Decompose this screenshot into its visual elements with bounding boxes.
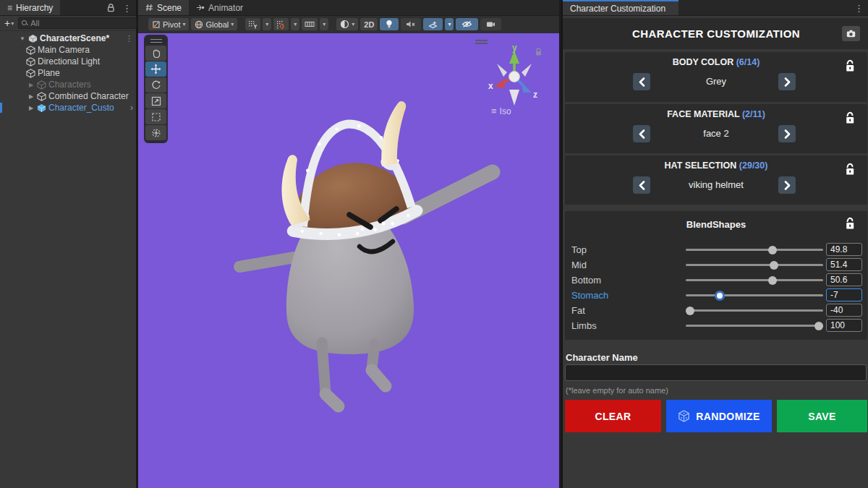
audio-toggle-button[interactable] (401, 18, 421, 30)
body-color-lock-icon[interactable] (844, 59, 856, 73)
scene-row-menu-icon[interactable]: ⋮ (122, 34, 136, 43)
tab-hierarchy[interactable]: ≡ Hierarchy (0, 0, 60, 15)
move-tool-button[interactable] (145, 61, 166, 77)
slider-track[interactable] (686, 309, 823, 312)
tab-scene[interactable]: Scene (138, 0, 189, 15)
slider-track[interactable] (686, 264, 823, 266)
panel-menu-icon[interactable]: ⋮ (851, 3, 867, 14)
slider-thumb[interactable] (686, 307, 694, 315)
pivot-toggle-button[interactable]: Pivot▾ (148, 18, 189, 30)
gizmo-lock-icon[interactable] (535, 48, 542, 56)
clear-button[interactable]: CLEAR (565, 400, 661, 432)
expand-arrow-icon[interactable]: ▶ (27, 93, 35, 100)
hierarchy-row-character-customization[interactable]: ▶ Character_Custo › (0, 102, 136, 114)
2d-toggle-button[interactable]: 2D (360, 18, 378, 30)
hierarchy-row-characters[interactable]: ▶ Characters (0, 79, 136, 90)
character-name-input[interactable] (565, 364, 867, 381)
gizmo-z-cone[interactable] (522, 82, 532, 93)
tab-animator[interactable]: Animator (189, 0, 250, 15)
slider-label: Mid (571, 260, 587, 270)
screenshot-button[interactable] (842, 26, 860, 41)
rotate-tool-button[interactable] (145, 77, 166, 93)
expand-arrow-icon[interactable]: ▶ (27, 105, 35, 111)
section-title: FACE MATERIAL (2/11) (565, 104, 867, 119)
scene-tools-overlay (144, 35, 168, 143)
hat-selection-lock-icon[interactable] (844, 163, 856, 176)
slider-thumb[interactable] (770, 261, 778, 270)
collapse-arrow-icon[interactable]: ▼ (19, 35, 26, 42)
hierarchy-menu-icon[interactable]: ⋮ (119, 3, 135, 14)
lighting-toggle-button[interactable] (380, 18, 399, 30)
fat-value-field[interactable] (826, 304, 862, 317)
gizmo-cone[interactable] (509, 90, 519, 106)
face-material-next-button[interactable] (778, 125, 796, 142)
prefab-open-chevron-icon[interactable]: › (130, 103, 136, 113)
gizmo-x-label: x (488, 81, 493, 91)
gameobject-cube-icon (26, 69, 35, 78)
randomize-button[interactable]: RANDOMIZE (666, 400, 772, 432)
grid-visibility-button[interactable] (245, 18, 260, 30)
blendshapes-lock-icon[interactable] (844, 217, 856, 231)
draw-mode-button[interactable]: ▾ (336, 18, 358, 30)
grid-snap-button[interactable] (273, 18, 289, 30)
stomach-value-field[interactable] (826, 288, 862, 301)
gizmo-x-cone[interactable] (494, 78, 506, 88)
overlay-menu-icon[interactable] (475, 40, 488, 44)
mid-value-field[interactable] (826, 258, 862, 271)
snap-increment-dropdown[interactable]: ▾ (320, 18, 328, 30)
top-slider[interactable] (686, 242, 823, 257)
hierarchy-search[interactable] (18, 17, 137, 29)
blendshape-row-stomach: Stomach (565, 288, 867, 303)
camera-overlay-button[interactable] (480, 18, 501, 30)
save-button[interactable]: SAVE (777, 400, 867, 432)
tab-character-customization[interactable]: Character Customization (563, 0, 678, 15)
2d-label: 2D (364, 20, 374, 29)
limbs-slider[interactable] (686, 318, 823, 333)
hierarchy-row-main-camera[interactable]: Main Camera (0, 44, 136, 56)
fat-slider[interactable] (686, 303, 823, 318)
slider-thumb[interactable] (814, 322, 823, 330)
top-value-field[interactable] (826, 243, 862, 256)
add-object-button[interactable]: +▾ (3, 17, 15, 29)
slider-track[interactable] (686, 294, 823, 296)
slider-thumb[interactable] (768, 246, 777, 254)
stomach-slider[interactable] (686, 288, 823, 303)
gizmo-cone[interactable] (522, 64, 532, 77)
hierarchy-row-directional-light[interactable]: Directional Light (0, 56, 136, 67)
hierarchy-row-plane[interactable]: Plane (0, 67, 136, 79)
snap-increment-button[interactable] (302, 18, 318, 30)
hierarchy-row-combined-character[interactable]: ▶ Combined Character (0, 90, 136, 102)
scene-viewport[interactable]: y x z ≡ Iso (138, 33, 559, 488)
scene-visibility-button[interactable] (456, 18, 478, 30)
rect-tool-button[interactable] (145, 109, 166, 124)
mid-slider[interactable] (686, 257, 823, 273)
bottom-slider[interactable] (686, 273, 823, 288)
expand-arrow-icon[interactable]: ▶ (27, 82, 35, 88)
effects-dropdown[interactable]: ▾ (445, 18, 454, 30)
hat-selection-next-button[interactable] (778, 176, 796, 194)
face-material-lock-icon[interactable] (844, 111, 856, 125)
section-count: (6/14) (736, 57, 760, 67)
bottom-value-field[interactable] (826, 273, 862, 286)
body-color-next-button[interactable] (778, 73, 796, 90)
scale-tool-button[interactable] (145, 93, 166, 108)
slider-label: Limbs (571, 320, 597, 331)
gizmo-cone[interactable] (497, 64, 507, 77)
lock-icon[interactable] (107, 4, 115, 12)
projection-toggle[interactable]: ≡ Iso (491, 106, 511, 116)
slider-track[interactable] (686, 325, 823, 327)
scene-root-row[interactable]: ▼ CharacterScene* ⋮ (0, 33, 136, 44)
slider-track[interactable] (686, 279, 823, 281)
transform-tool-button[interactable] (145, 125, 166, 140)
hand-tool-button[interactable] (145, 46, 166, 61)
slider-thumb[interactable] (768, 276, 777, 285)
grid-visibility-dropdown[interactable]: ▾ (263, 18, 271, 30)
slider-track[interactable] (686, 249, 823, 251)
effects-toggle-button[interactable] (423, 18, 443, 30)
slider-thumb[interactable] (715, 291, 725, 301)
grid-snap-dropdown[interactable]: ▾ (291, 18, 299, 30)
overlay-drag-handle[interactable] (145, 36, 166, 45)
limbs-value-field[interactable] (826, 319, 862, 332)
handle-rotation-button[interactable]: Global▾ (191, 18, 237, 30)
hierarchy-search-input[interactable] (30, 19, 133, 27)
